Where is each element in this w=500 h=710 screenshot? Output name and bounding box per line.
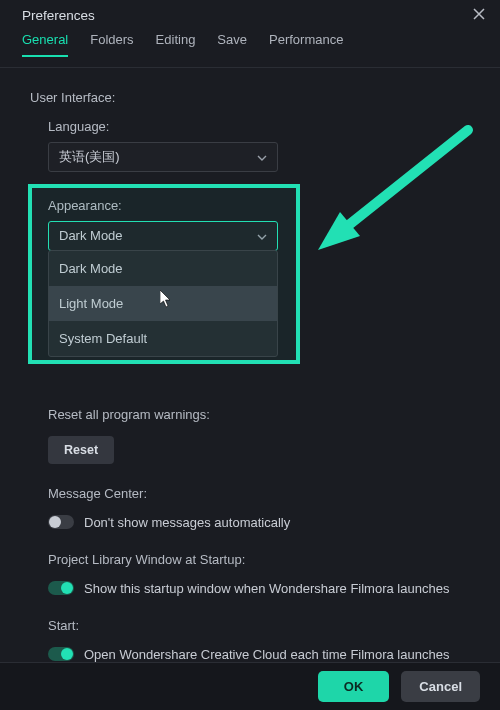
message-center-toggle-label: Don't show messages automatically bbox=[84, 515, 290, 530]
reset-button[interactable]: Reset bbox=[48, 436, 114, 464]
appearance-option-dark[interactable]: Dark Mode bbox=[49, 251, 277, 286]
reset-label: Reset all program warnings: bbox=[48, 407, 478, 422]
titlebar: Preferences bbox=[0, 0, 500, 32]
start-toggle[interactable] bbox=[48, 647, 74, 661]
message-center-toggle[interactable] bbox=[48, 515, 74, 529]
language-value: 英语(美国) bbox=[59, 148, 120, 166]
appearance-group: Appearance: Dark Mode Dark Mode Light Mo… bbox=[30, 188, 478, 257]
tab-bar: General Folders Editing Save Performance bbox=[0, 32, 500, 68]
dialog-footer: OK Cancel bbox=[0, 662, 500, 710]
tab-folders[interactable]: Folders bbox=[90, 32, 133, 57]
appearance-option-light[interactable]: Light Mode bbox=[49, 286, 277, 321]
cancel-button[interactable]: Cancel bbox=[401, 671, 480, 702]
tab-save[interactable]: Save bbox=[217, 32, 247, 57]
start-label: Start: bbox=[48, 618, 478, 633]
tab-editing[interactable]: Editing bbox=[156, 32, 196, 57]
tab-performance[interactable]: Performance bbox=[269, 32, 343, 57]
project-library-toggle-label: Show this startup window when Wondershar… bbox=[84, 581, 449, 596]
tab-general[interactable]: General bbox=[22, 32, 68, 57]
lower-settings: Reset all program warnings: Reset Messag… bbox=[30, 407, 478, 662]
appearance-value: Dark Mode bbox=[59, 228, 123, 243]
appearance-dropdown: Dark Mode Light Mode System Default bbox=[48, 250, 278, 357]
start-toggle-label: Open Wondershare Creative Cloud each tim… bbox=[84, 647, 449, 662]
message-center-label: Message Center: bbox=[48, 486, 478, 501]
appearance-label: Appearance: bbox=[48, 198, 478, 213]
user-interface-label: User Interface: bbox=[30, 90, 478, 105]
close-icon[interactable] bbox=[472, 7, 486, 25]
preferences-window: Preferences General Folders Editing Save… bbox=[0, 0, 500, 710]
chevron-down-icon bbox=[257, 230, 267, 242]
chevron-down-icon bbox=[257, 151, 267, 163]
language-select[interactable]: 英语(美国) bbox=[48, 142, 278, 172]
project-library-toggle[interactable] bbox=[48, 581, 74, 595]
ok-button[interactable]: OK bbox=[318, 671, 390, 702]
window-title: Preferences bbox=[22, 8, 95, 23]
panel-general: User Interface: Language: 英语(美国) Appeara… bbox=[0, 68, 500, 662]
project-library-label: Project Library Window at Startup: bbox=[48, 552, 478, 567]
appearance-option-system[interactable]: System Default bbox=[49, 321, 277, 356]
appearance-select[interactable]: Dark Mode bbox=[48, 221, 278, 251]
language-label: Language: bbox=[48, 119, 478, 134]
